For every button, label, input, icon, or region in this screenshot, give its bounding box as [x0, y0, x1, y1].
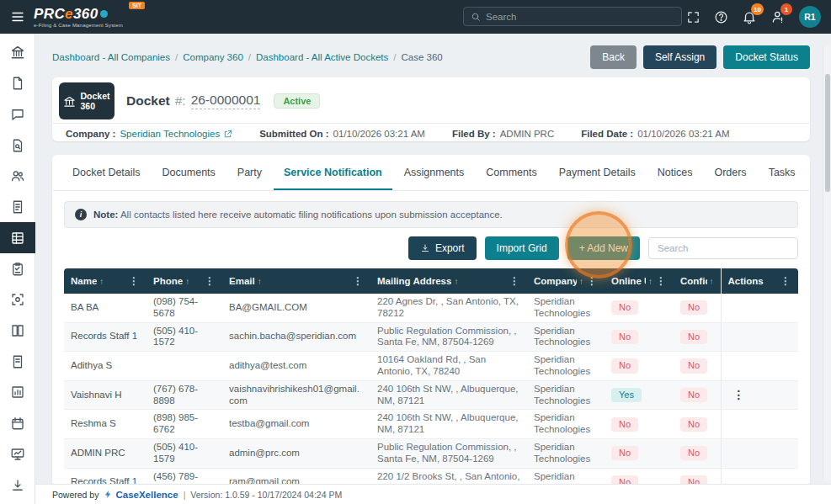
- column-header-name[interactable]: Name↑⋮: [64, 268, 146, 294]
- tab-payment-details[interactable]: Payment Details: [549, 155, 646, 190]
- cell-name: Vaishnavi H: [64, 380, 146, 410]
- scrollbar-thumb[interactable]: [825, 74, 830, 192]
- column-menu-icon[interactable]: ⋮: [655, 275, 667, 287]
- grid-search-input[interactable]: [648, 237, 798, 259]
- cell-phone: [146, 352, 222, 381]
- sidebar-item-chart[interactable]: [0, 377, 35, 408]
- tab-service-notification[interactable]: Service Notification: [274, 155, 392, 190]
- global-search[interactable]: [463, 7, 682, 26]
- sidebar-item-tasks[interactable]: [0, 253, 35, 284]
- casexellence-brand[interactable]: CaseXellence: [104, 490, 178, 500]
- tab-notices[interactable]: Notices: [647, 155, 703, 190]
- sidebar-item-grid[interactable]: [0, 222, 35, 253]
- sort-arrow-icon[interactable]: ↑: [579, 277, 583, 286]
- column-header-online-user[interactable]: Online User↑⋮: [605, 268, 674, 294]
- casexellence-logo-icon: [104, 490, 113, 499]
- tab-assignments[interactable]: Assignments: [394, 155, 475, 190]
- cell-email: adithya@test.com: [222, 352, 370, 381]
- help-icon[interactable]: [714, 10, 728, 24]
- sidebar: [0, 34, 35, 504]
- sidebar-item-scan[interactable]: [0, 284, 35, 316]
- column-menu-icon[interactable]: ⋮: [509, 275, 520, 287]
- cell-online-user: No: [605, 322, 674, 352]
- sort-arrow-icon[interactable]: ↑: [258, 277, 262, 286]
- download-icon: [10, 478, 25, 493]
- sidebar-item-download[interactable]: [0, 470, 35, 501]
- global-search-input[interactable]: [486, 12, 674, 22]
- sidebar-item-file[interactable]: [0, 68, 35, 99]
- column-header-phone[interactable]: Phone↑⋮: [146, 268, 222, 294]
- column-header-company[interactable]: Company↑⋮: [527, 268, 605, 294]
- external-link-icon[interactable]: [223, 130, 232, 139]
- import-grid-button[interactable]: Import Grid: [485, 236, 559, 260]
- column-menu-icon[interactable]: ⋮: [352, 275, 364, 287]
- alerts-button[interactable]: 1: [770, 9, 786, 24]
- sidebar-item-document[interactable]: [0, 192, 35, 223]
- tab-tasks[interactable]: Tasks: [759, 155, 806, 190]
- avatar[interactable]: R1: [799, 6, 821, 28]
- column-menu-icon[interactable]: ⋮: [204, 275, 216, 287]
- note-icon: [10, 354, 25, 369]
- logo-part-3: 360: [73, 7, 99, 21]
- table-row[interactable]: Reshma S(898) 985-6762testba@gmail.com24…: [64, 410, 798, 439]
- sort-arrow-icon[interactable]: ↑: [454, 277, 458, 286]
- cell-name: Adithya S: [64, 352, 146, 381]
- sidebar-item-home[interactable]: [0, 37, 35, 68]
- table-row[interactable]: ADMIN PRC(505) 410-1579admin@prc.comPubl…: [64, 438, 798, 468]
- column-menu-icon[interactable]: ⋮: [128, 275, 140, 287]
- add-new-button[interactable]: + Add New: [567, 236, 640, 260]
- tab-comments[interactable]: Comments: [476, 155, 546, 190]
- back-button[interactable]: Back: [590, 45, 637, 69]
- breadcrumb-item-dashboard-all-active-dockets[interactable]: Dashboard - All Active Dockets: [256, 52, 388, 62]
- cell-company: Speridian Technologies: [527, 380, 605, 410]
- export-button[interactable]: Export: [408, 236, 477, 260]
- cell-company: Speridian Technologies: [527, 352, 605, 381]
- meta-value: ADMIN PRC: [500, 129, 555, 139]
- column-header-actions[interactable]: Actions⋮: [721, 268, 798, 294]
- app-logo[interactable]: SIT PRCe360 e-Filing & Case Management S…: [34, 7, 123, 28]
- column-header-mailing-address[interactable]: Mailing Address↑⋮: [370, 268, 527, 294]
- sidebar-item-calendar[interactable]: [0, 408, 35, 439]
- column-menu-icon[interactable]: ⋮: [586, 275, 598, 287]
- row-menu-icon[interactable]: ⋮: [728, 388, 750, 401]
- column-header-email[interactable]: Email↑⋮: [222, 268, 370, 294]
- tab-notes[interactable]: Notes: [807, 155, 810, 190]
- docket-status-button[interactable]: Docket Status: [723, 45, 810, 69]
- sort-arrow-icon[interactable]: ↑: [648, 277, 653, 286]
- table-row[interactable]: Records Staff 1(505) 410-1572sachin.bach…: [64, 322, 798, 352]
- search-icon: [471, 12, 481, 22]
- self-assign-button[interactable]: Self Assign: [643, 45, 716, 69]
- sidebar-item-users[interactable]: [0, 161, 35, 192]
- cell-email: BA@GMAIL.COM: [222, 294, 370, 322]
- tab-orders[interactable]: Orders: [704, 155, 756, 190]
- tab-party[interactable]: Party: [227, 155, 272, 190]
- column-label: Name: [71, 276, 97, 286]
- column-menu-icon[interactable]: ⋮: [780, 275, 791, 287]
- sort-arrow-icon[interactable]: ↑: [99, 277, 104, 286]
- table-row[interactable]: BA BA(098) 754-5678BA@GMAIL.COM220 Agnes…: [64, 294, 798, 322]
- fullscreen-icon[interactable]: [686, 10, 700, 24]
- sidebar-item-presentation[interactable]: [0, 439, 35, 470]
- tab-docket-details[interactable]: Docket Details: [62, 155, 151, 190]
- company-link[interactable]: Speridian Technologies: [120, 129, 220, 139]
- cell-phone: (767) 678-8898: [146, 380, 222, 410]
- hamburger-menu-icon[interactable]: [10, 9, 25, 24]
- table-row[interactable]: Adithya Sadithya@test.com10164 Oakland R…: [64, 352, 798, 381]
- vertical-scrollbar[interactable]: [823, 45, 831, 482]
- sidebar-item-chat[interactable]: [0, 98, 35, 130]
- tabs-row: Docket DetailsDocumentsPartyService Noti…: [52, 155, 810, 191]
- sidebar-item-file-search[interactable]: [0, 130, 35, 161]
- sidebar-item-book[interactable]: [0, 316, 35, 347]
- tab-documents[interactable]: Documents: [152, 155, 226, 190]
- column-label: Confiden: [680, 276, 707, 286]
- notifications-button[interactable]: 10: [742, 9, 757, 24]
- breadcrumb-item-company-360[interactable]: Company 360: [183, 52, 243, 62]
- sidebar-item-note[interactable]: [0, 346, 35, 377]
- column-header-confiden[interactable]: Confiden↑: [674, 268, 721, 294]
- sort-arrow-icon[interactable]: ↑: [710, 277, 714, 286]
- meta-label: Company :: [66, 129, 115, 139]
- version-label: Version: 1.0.59 - 10/17/2024 04:24 PM: [190, 490, 342, 500]
- sort-arrow-icon[interactable]: ↑: [185, 277, 189, 286]
- table-row[interactable]: Vaishnavi H(767) 678-8898vaishnavihrishi…: [64, 380, 798, 410]
- breadcrumb-item-dashboard-all-companies[interactable]: Dashboard - All Companies: [52, 52, 170, 62]
